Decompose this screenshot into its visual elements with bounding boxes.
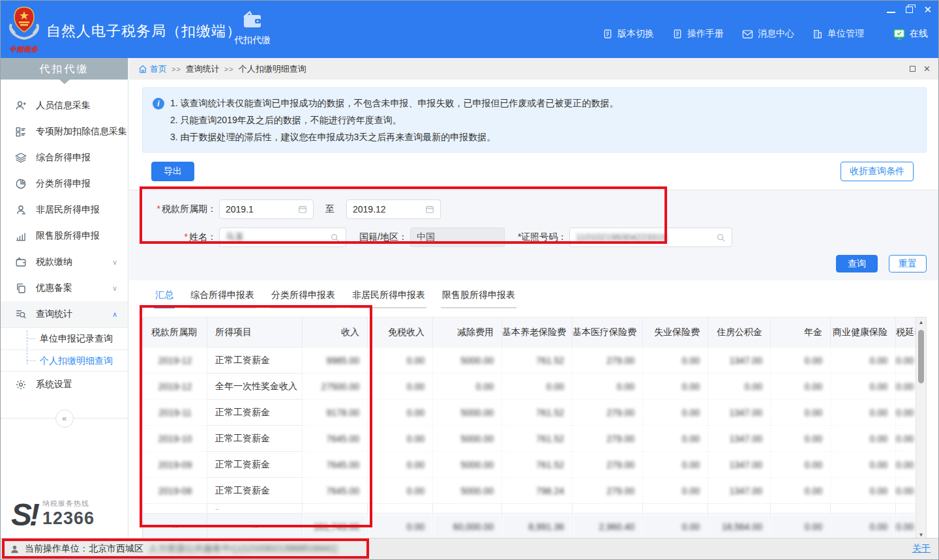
name-value: 马某: [226, 231, 326, 243]
table-zone: 税款所属期所得项目收入免税收入减除费用基本养老保险费基本医疗保险费失业保险费住房…: [142, 317, 927, 539]
sidebar-subitem-personal-withholding-query[interactable]: 个人扣缴明细查询: [1, 349, 128, 371]
sidebar-item-label: 系统设置: [36, 379, 72, 391]
menu-unit-management[interactable]: 单位管理: [812, 28, 864, 40]
menu-version-switch[interactable]: 版本切换: [603, 28, 654, 40]
tab-nonresident-income[interactable]: 非居民所得申报表: [351, 289, 426, 308]
name-input[interactable]: 马某: [219, 228, 346, 247]
sidebar: 代扣代缴 人员信息采集 专项附加扣除信息采集 综合所得申报 分类所得申报: [1, 58, 128, 539]
menu-message-center[interactable]: 消息中心: [742, 28, 794, 40]
sidebar-collapse-row: «: [1, 409, 128, 428]
sidebar-subitem-unit-declaration-query[interactable]: 单位申报记录查询: [1, 328, 128, 349]
table-cell: 5000.00: [433, 478, 502, 504]
vertical-scrollbar-thumb[interactable]: [918, 330, 924, 383]
table-cell: [831, 504, 896, 514]
reset-button[interactable]: 重置: [889, 255, 927, 273]
table-summary-row: ----161,743.000.0060,000.008,991.362,960…: [143, 514, 916, 540]
sidebar-item-preferential-filing[interactable]: 优惠备案 ∨: [1, 275, 128, 301]
column-header: 失业保险费: [643, 317, 708, 347]
table-cell: [708, 504, 771, 514]
id-number-input[interactable]: 110102199304223319: [569, 228, 732, 247]
scroll-up-icon[interactable]: ▲: [916, 317, 926, 327]
period-to-input[interactable]: 2019.12: [346, 199, 441, 219]
table-cell: 761.52: [502, 347, 573, 374]
menu-manual[interactable]: 操作手册: [672, 28, 724, 40]
statusbar: 当前操作单位：北京市西城区 人力资源公共服务中心(121030213968518…: [1, 538, 939, 559]
table-cell: 0.00: [831, 400, 896, 426]
table-cell: 全年一次性奖金收入: [207, 374, 303, 400]
emblem-icon: [6, 5, 42, 46]
export-button[interactable]: 导出: [151, 162, 194, 181]
collapse-sidebar-button[interactable]: «: [55, 409, 74, 428]
page-close-icon[interactable]: ✕: [923, 64, 931, 74]
column-header: 商业健康保险: [831, 317, 896, 347]
id-number-label: *证照号码：: [518, 231, 567, 243]
table-cell: 279.00: [573, 426, 643, 452]
online-status: 在线: [893, 28, 928, 40]
table-cell: 0.00: [368, 478, 433, 504]
nationality-input: 中国: [410, 228, 505, 247]
tab-classified-income[interactable]: 分类所得申报表: [270, 289, 336, 308]
current-unit-label: 当前操作单位：北京市西城区: [25, 543, 143, 555]
column-header: 基本医疗保险费: [573, 317, 643, 347]
table-cell: 0.00: [643, 426, 708, 452]
page-restore-icon[interactable]: [910, 66, 916, 72]
sidebar-item-personnel-info[interactable]: 人员信息采集: [1, 93, 128, 119]
module-tab-daikou-daijiao[interactable]: 代扣代缴: [221, 10, 284, 46]
table-cell: 正常工资薪金: [207, 347, 303, 374]
table-cell: 7645.00: [303, 452, 368, 478]
table-row: 2019-12全年一次性奖金收入27500.000.000.000.000.00…: [143, 374, 916, 400]
breadcrumb-home[interactable]: 首页: [138, 63, 167, 75]
table-cell: 5000.00: [433, 426, 502, 452]
minimize-button[interactable]: [887, 12, 895, 13]
window-controls: ✕: [887, 5, 932, 14]
tab-comprehensive-income[interactable]: 综合所得申报表: [189, 289, 256, 308]
tab-restricted-stock[interactable]: 限售股所得申报表: [441, 289, 516, 308]
restore-button[interactable]: [906, 7, 913, 13]
table-cell: 1347.00: [708, 426, 771, 452]
query-statistics-submenu: 单位申报记录查询 个人扣缴明细查询: [1, 327, 128, 372]
table-cell: [502, 504, 573, 514]
table-cell: 0.00: [896, 426, 916, 452]
table-cell: 279.00: [573, 400, 643, 426]
panel-caret-icon: [869, 185, 880, 196]
monitor-check-icon: [893, 29, 905, 40]
menu-label: 单位管理: [827, 28, 864, 40]
period-row: *税款所属期： 2019.1 至 2019.12: [145, 199, 939, 219]
search-button[interactable]: 查询: [836, 255, 878, 273]
form-list-icon: [15, 126, 27, 138]
table-cell: 0.00: [896, 374, 916, 400]
sidebar-menu: 人员信息采集 专项附加扣除信息采集 综合所得申报 分类所得申报 非居民所得申报: [1, 80, 128, 428]
hotline-logo: S! 纳税服务热线 12366: [11, 499, 95, 529]
close-button[interactable]: ✕: [923, 5, 932, 14]
breadcrumb: 首页 >> 查询统计 >> 个人扣缴明细查询 ✕: [129, 58, 939, 80]
copy-icon: [15, 282, 27, 294]
notice-box: i 1. 该查询统计表仅能查询已申报成功的数据，不包含未申报、申报失败，已申报但…: [142, 87, 927, 153]
period-from-input[interactable]: 2019.1: [219, 199, 314, 219]
form-actions: 查询 重置: [129, 255, 927, 273]
column-header: 收入: [303, 317, 368, 347]
table-cell: 0.00: [771, 478, 831, 504]
table-cell: 0.00: [771, 514, 831, 540]
notice-line: 1. 该查询统计表仅能查询已申报成功的数据，不包含未申报、申报失败，已申报但已作…: [170, 95, 916, 111]
sidebar-item-system-settings[interactable]: 系统设置: [1, 372, 128, 398]
sidebar-item-query-statistics[interactable]: 查询统计 ∧: [1, 301, 128, 327]
period-label: *税款所属期：: [145, 203, 216, 215]
nationality-value: 中国: [417, 231, 498, 243]
about-link[interactable]: 关于: [912, 543, 931, 555]
sidebar-item-special-deduction[interactable]: 专项附加扣除信息采集: [1, 119, 128, 145]
sidebar-item-restricted-stock[interactable]: 限售股所得申报: [1, 223, 128, 249]
table-cell: 27500.00: [303, 374, 368, 400]
range-word: 至: [325, 203, 335, 215]
table-cell: 5000.00: [433, 400, 502, 426]
result-table: 税款所属期所得项目收入免税收入减除费用基本养老保险费基本医疗保险费失业保险费住房…: [143, 317, 916, 539]
sidebar-item-comprehensive-income[interactable]: 综合所得申报: [1, 145, 128, 171]
sidebar-item-nonresident-income[interactable]: 非居民所得申报: [1, 197, 128, 223]
tab-summary[interactable]: 汇总: [154, 289, 175, 308]
collapse-query-button[interactable]: 收折查询条件: [841, 162, 914, 181]
sidebar-item-tax-payment[interactable]: 税款缴纳 ∨: [1, 249, 128, 275]
table-cell: 0.00: [771, 374, 831, 400]
vertical-scrollbar[interactable]: ▲ ▼: [916, 317, 927, 539]
sidebar-item-classified-income[interactable]: 分类所得申报: [1, 171, 128, 197]
table-cell: 0.00: [771, 426, 831, 452]
table-row: 2019-12正常工资薪金9985.000.005000.00761.52279…: [143, 347, 916, 374]
